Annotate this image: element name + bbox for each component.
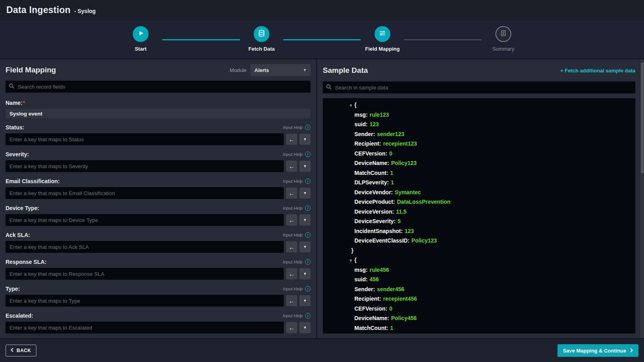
json-entry-row[interactable]: Recipient:recepient456: [349, 294, 631, 304]
assign-field-button[interactable]: ←: [286, 214, 297, 226]
json-entry-row[interactable]: DeviceProduct:DataLossPrevention: [349, 197, 631, 207]
json-entry-row[interactable]: CEFVersion:0: [349, 149, 631, 159]
search-sample-data-input[interactable]: [335, 85, 632, 91]
input-help-label: Input Help: [283, 125, 303, 130]
top-bar: Data Ingestion - Syslog: [0, 0, 644, 21]
field-options-dropdown-button[interactable]: ▼: [299, 161, 311, 172]
json-entry-row[interactable]: msg:rule123: [349, 110, 631, 120]
mapping-key-input[interactable]: [6, 295, 284, 307]
json-value: 1: [391, 179, 394, 186]
mapping-field-group: Device Type:Input Helpi←▼: [6, 205, 311, 226]
json-entry-row[interactable]: MatchCount:1: [349, 168, 631, 178]
fetch-additional-sample-data-link[interactable]: + Fetch additional sample data: [560, 68, 635, 74]
collapse-caret-icon[interactable]: ▼: [349, 101, 354, 111]
step-field-mapping[interactable]: Field Mapping: [361, 26, 404, 52]
json-entry-row[interactable]: Sender:sender456: [349, 284, 631, 294]
assign-field-button[interactable]: ←: [286, 188, 297, 199]
step-fetch-data[interactable]: Fetch Data: [240, 26, 283, 52]
assign-field-button[interactable]: ←: [286, 322, 297, 333]
json-entry-row[interactable]: suid:123: [349, 119, 631, 129]
mapping-field-label: Severity:: [6, 151, 29, 157]
json-entry-row[interactable]: DeviceVendor:Symantec: [349, 188, 631, 197]
assign-field-button[interactable]: ←: [286, 134, 297, 145]
step-summary-circle: [495, 26, 511, 42]
mapping-field-group: Type:Input Helpi←▼: [6, 285, 311, 307]
arrow-left-icon: ←: [289, 163, 295, 169]
field-options-dropdown-button[interactable]: ▼: [299, 322, 311, 333]
mapping-field-group: Severity:Input Helpi←▼: [6, 151, 311, 172]
json-value: 456: [369, 276, 378, 282]
name-input[interactable]: [6, 109, 311, 118]
required-asterisk: *: [23, 100, 25, 106]
search-record-fields-input[interactable]: [18, 84, 307, 90]
input-help-label: Input Help: [283, 152, 303, 157]
mapping-key-input[interactable]: [6, 322, 284, 334]
step-start[interactable]: Start: [119, 26, 162, 52]
json-entry-row[interactable]: DeviceSeverity:5: [349, 216, 631, 226]
assign-field-button[interactable]: ←: [286, 241, 297, 252]
mapping-key-input[interactable]: [6, 187, 284, 199]
info-icon[interactable]: i: [305, 205, 311, 211]
sample-data-panel: Sample Data + Fetch additional sample da…: [317, 59, 644, 338]
json-value: 0: [389, 305, 392, 312]
mapping-key-input[interactable]: [6, 133, 284, 145]
assign-field-button[interactable]: ←: [286, 161, 297, 172]
back-button-label: BACK: [17, 348, 31, 353]
json-entry-row[interactable]: DeviceEventClassID:Policy123: [349, 236, 631, 246]
scrollbar-track[interactable]: [640, 59, 644, 338]
json-entry-row[interactable]: DLPSeverity:1: [349, 178, 631, 188]
mapping-key-input[interactable]: [6, 214, 284, 226]
back-button[interactable]: BACK: [6, 345, 36, 356]
json-key: msg:: [354, 112, 367, 118]
json-key: suid:: [354, 121, 367, 127]
module-label: Module: [230, 67, 247, 73]
input-help-label: Input Help: [283, 206, 303, 210]
json-entry-row[interactable]: msg:rule456: [349, 265, 631, 275]
assign-field-button[interactable]: ←: [286, 295, 297, 306]
assign-field-button[interactable]: ←: [286, 268, 297, 279]
json-value: rule123: [369, 112, 389, 118]
json-entry-row[interactable]: MatchCount:1: [349, 323, 631, 333]
chevron-right-icon: [626, 348, 633, 354]
field-mapping-panel: Field Mapping Module Alerts ▼: [0, 59, 316, 338]
mapping-field-group: Email Classification:Input Helpi←▼: [6, 178, 311, 199]
mapping-field-group: Ack SLA:Input Helpi←▼: [6, 231, 311, 253]
step-start-circle: [133, 26, 149, 42]
field-options-dropdown-button[interactable]: ▼: [299, 134, 311, 145]
scrollbar-thumb[interactable]: [641, 63, 644, 173]
field-options-dropdown-button[interactable]: ▼: [299, 241, 311, 252]
collapse-caret-icon[interactable]: ▼: [349, 256, 354, 266]
info-icon[interactable]: i: [305, 259, 311, 265]
json-value: Policy123: [391, 160, 417, 166]
field-options-dropdown-button[interactable]: ▼: [299, 214, 311, 226]
mapping-icon: [378, 29, 386, 39]
field-options-dropdown-button[interactable]: ▼: [299, 295, 311, 306]
info-icon[interactable]: i: [305, 286, 311, 292]
json-entry-row[interactable]: Recipient:recepient123: [349, 139, 631, 149]
page-title: Data Ingestion: [6, 5, 71, 15]
json-entry-row[interactable]: Sender:sender123: [349, 129, 631, 139]
save-mapping-continue-button[interactable]: Save Mapping & Continue: [557, 344, 638, 357]
json-key: DLPSeverity:: [354, 179, 389, 186]
mapping-key-input[interactable]: [6, 241, 284, 253]
json-entry-row[interactable]: DeviceVersion:11.5: [349, 207, 631, 217]
json-value: 1: [390, 325, 394, 331]
info-icon[interactable]: i: [305, 178, 311, 184]
json-entry-row[interactable]: IncidentSnapshot:123: [349, 226, 631, 236]
json-entry-row[interactable]: CEFVersion:0: [349, 304, 631, 314]
field-options-dropdown-button[interactable]: ▼: [299, 268, 311, 279]
info-icon[interactable]: i: [305, 232, 311, 238]
footer-bar: BACK Save Mapping & Continue: [0, 338, 644, 362]
info-icon[interactable]: i: [305, 125, 311, 130]
mapping-key-input[interactable]: [6, 268, 284, 280]
json-entry-row[interactable]: DeviceName:Policy456: [349, 313, 631, 323]
stepper-connector: [404, 39, 482, 40]
step-summary[interactable]: Summary: [482, 26, 525, 52]
info-icon[interactable]: i: [305, 313, 311, 318]
module-select[interactable]: Alerts ▼: [250, 64, 311, 76]
field-options-dropdown-button[interactable]: ▼: [299, 188, 311, 199]
json-entry-row[interactable]: suid:456: [349, 275, 631, 284]
mapping-key-input[interactable]: [6, 160, 284, 172]
json-entry-row[interactable]: DeviceName:Policy123: [349, 158, 631, 168]
info-icon[interactable]: i: [305, 152, 311, 157]
